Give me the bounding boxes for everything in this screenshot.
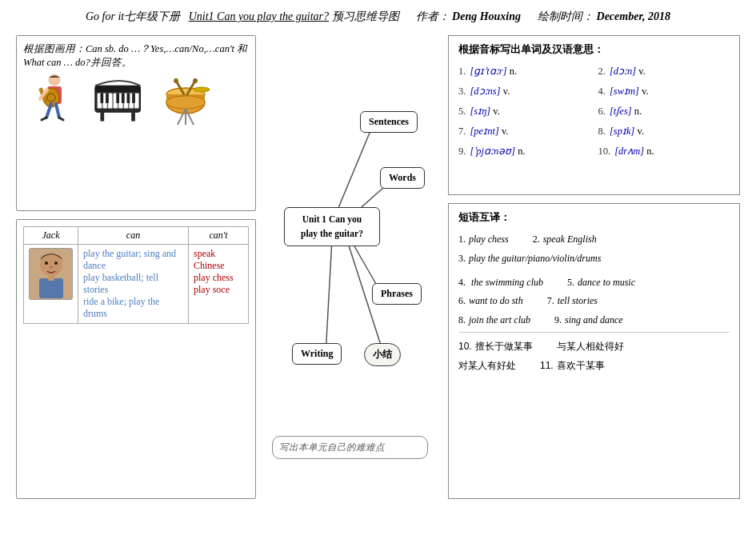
sentences-node: Sentences	[360, 111, 418, 133]
svg-point-35	[193, 78, 198, 83]
writing-node: Writing	[292, 343, 342, 365]
phonetic-pos-10: n.	[646, 146, 654, 157]
svg-point-31	[166, 96, 205, 109]
svg-point-36	[194, 87, 210, 92]
phonetic-pos-7: v.	[502, 126, 509, 137]
can-item-2: play basketball; tell stories	[83, 272, 183, 296]
phrase-5: 5.dance to music	[567, 274, 635, 292]
phonetic-pos-5: v.	[493, 106, 500, 117]
col-jack: Jack	[24, 227, 78, 245]
phonetic-item-3: 3. [dɔːns] v.	[458, 83, 590, 99]
svg-rect-20	[100, 94, 103, 103]
phonetic-num-3: 3.	[458, 86, 466, 97]
svg-rect-11	[95, 86, 141, 93]
phrase-6: 6.want to do sth	[458, 293, 523, 310]
cant-items: speak Chinese play chess play soce	[189, 245, 249, 324]
phonetic-pos-1: n.	[510, 66, 517, 77]
writing-label: Writing	[301, 348, 333, 359]
jack-photo-cell	[24, 245, 78, 324]
phonetic-pos-9: n.	[518, 146, 525, 157]
phrases-label: Phrases	[381, 288, 413, 299]
svg-line-8	[42, 118, 46, 120]
words-label: Words	[389, 172, 416, 183]
phonetic-text-2: [dɔːn]	[610, 66, 636, 77]
svg-rect-45	[48, 274, 54, 281]
phrase-row-4: 6.want to do sth 7.tell stories	[458, 293, 730, 310]
phonetic-item-7: 7. [peɪnt] v.	[458, 123, 590, 139]
can-items: play the guitar; sing and dance play bas…	[78, 245, 189, 324]
sentences-label: Sentences	[369, 116, 409, 127]
xiaojie-label: 小结	[373, 349, 392, 360]
phonetic-item-9: 9. [ˈpjɑːnəʊ] n.	[458, 143, 590, 159]
phrase-13: 11.喜欢干某事	[540, 357, 605, 375]
phonetic-item-10: 10. [drʌm] n.	[598, 143, 730, 159]
svg-rect-24	[127, 94, 130, 103]
svg-rect-22	[116, 94, 119, 103]
svg-point-42	[54, 262, 58, 265]
content-area: 根据图画用：Can sb. do …？Yes,…can/No,…can't 和 …	[16, 35, 740, 499]
phonetic-num-6: 6.	[598, 106, 606, 117]
svg-point-43	[50, 266, 53, 268]
phonetic-item-8: 8. [spɪk] v.	[598, 123, 730, 139]
phrase-row-6: 10.擅长于做某事 与某人相处得好	[458, 338, 730, 356]
phrases-grid: 1.play chess 2.speak English 3.play the …	[458, 231, 730, 374]
phrase-4: 4. the swimming club	[458, 274, 543, 292]
svg-line-49	[326, 239, 332, 355]
header-part2: Unit1 Can you play the guitar?	[189, 10, 329, 22]
right-top-box: 根据音标写出单词及汉语意思： 1. [ɡɪˈtɑːr] n. 2. [dɔːn]…	[448, 35, 740, 195]
right-top-title: 根据音标写出单词及汉语意思：	[458, 42, 730, 57]
phonetic-num-10: 10.	[598, 146, 611, 157]
col-can: can	[78, 227, 189, 245]
phrase-11: 与某人相处得好	[557, 338, 624, 356]
page: Go for it七年级下册 Unit1 Can you play the gu…	[0, 0, 756, 535]
svg-rect-27	[131, 113, 135, 122]
svg-rect-21	[106, 94, 109, 103]
phonetic-pos-6: n.	[634, 106, 642, 117]
phonetic-num-4: 4.	[598, 86, 606, 97]
phonetic-text-7: [peɪnt]	[470, 126, 499, 137]
phonetic-num-9: 9.	[458, 146, 466, 157]
center-node: Unit 1 Can youplay the guitar?	[284, 207, 380, 246]
phonetic-item-5: 5. [sɪŋ] v.	[458, 103, 590, 119]
phrase-row-5: 8.join the art club 9.sing and dance	[458, 312, 730, 329]
phonetic-text-8: [spɪk]	[610, 126, 634, 137]
phonetic-text-4: [swɪm]	[610, 86, 639, 97]
center-node-text: Unit 1 Can youplay the guitar?	[301, 214, 363, 238]
svg-rect-23	[122, 94, 125, 103]
top-left-title: 根据图画用：Can sb. do …？Yes,…can/No,…can't 和 …	[23, 42, 249, 70]
cant-item-1: speak Chinese	[194, 248, 243, 272]
phrase-row-7: 对某人有好处 11.喜欢干某事	[458, 357, 730, 375]
cant-item-3: play soce	[194, 284, 243, 296]
guitar-figure	[27, 78, 82, 126]
phonetic-item-1: 1. [ɡɪˈtɑːr] n.	[458, 63, 590, 79]
table-box: Jack can can't	[16, 219, 256, 499]
jack-table: Jack can can't	[23, 226, 249, 324]
phonetic-num-2: 2.	[598, 66, 606, 77]
header: Go for it七年级下册 Unit1 Can you play the gu…	[16, 8, 740, 26]
phrase-row-2: 3.play the guitar/piano/violin/drums	[458, 250, 730, 268]
phrase-10: 10.擅长于做某事	[458, 338, 533, 356]
guitar-player-svg	[29, 74, 81, 130]
header-part5: 绘制时间：	[538, 10, 594, 22]
right-bottom-box: 短语互译： 1.play chess 2.speak English 3.pla…	[448, 203, 740, 499]
phonetic-grid: 1. [ɡɪˈtɑːr] n. 2. [dɔːn] v. 3. [dɔːns] …	[458, 63, 730, 159]
right-column: 根据音标写出单词及汉语意思： 1. [ɡɪˈtɑːr] n. 2. [dɔːn]…	[448, 35, 740, 499]
phonetic-text-3: [dɔːns]	[470, 86, 501, 97]
table-row: play the guitar; sing and dance play bas…	[24, 245, 249, 324]
drum-figure	[158, 78, 213, 126]
phrase-9: 9.sing and dance	[554, 312, 623, 329]
cant-item-2: play chess	[194, 272, 243, 284]
header-date: December, 2018	[597, 10, 671, 22]
right-bottom-title: 短语互译：	[458, 210, 730, 225]
phrase-row-1: 1.play chess 2.speak English	[458, 231, 730, 249]
mind-map-area: Unit 1 Can youplay the guitar? Sentences…	[268, 67, 436, 467]
phonetic-item-6: 6. [tʃes] n.	[598, 103, 730, 119]
top-left-box: 根据图画用：Can sb. do …？Yes,…can/No,…can't 和 …	[16, 35, 256, 211]
phonetic-pos-2: v.	[638, 66, 646, 77]
svg-rect-26	[100, 113, 104, 122]
middle-column: Unit 1 Can youplay the guitar? Sentences…	[264, 35, 440, 499]
can-item-3: ride a bike; play the drums	[83, 296, 183, 320]
phonetic-item-2: 2. [dɔːn] v.	[598, 63, 730, 79]
can-item-1: play the guitar; sing and dance	[83, 248, 183, 272]
phonetic-pos-4: v.	[642, 86, 649, 97]
